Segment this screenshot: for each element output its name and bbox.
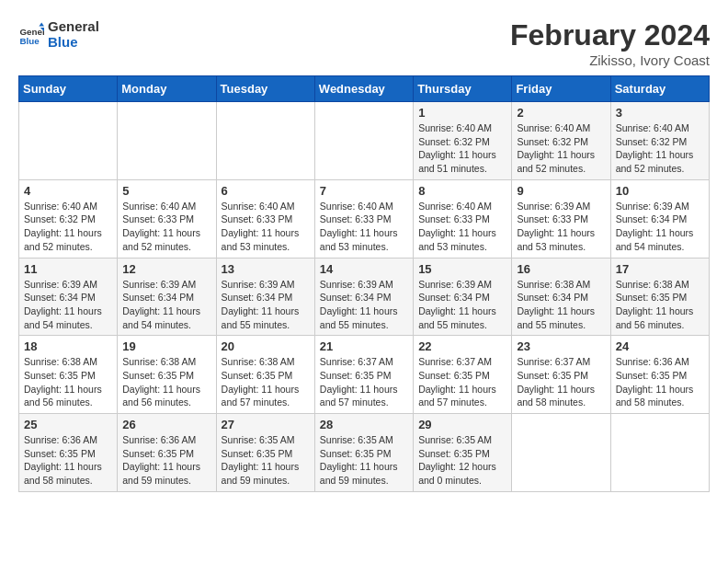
calendar-cell: 14Sunrise: 6:39 AM Sunset: 6:34 PM Dayli… xyxy=(314,258,413,336)
day-info: Sunrise: 6:37 AM Sunset: 6:35 PM Dayligh… xyxy=(517,355,605,409)
day-info: Sunrise: 6:38 AM Sunset: 6:35 PM Dayligh… xyxy=(122,355,210,409)
calendar-cell xyxy=(610,414,709,492)
day-number: 24 xyxy=(616,339,704,353)
day-info: Sunrise: 6:40 AM Sunset: 6:33 PM Dayligh… xyxy=(122,200,210,254)
calendar-cell: 23Sunrise: 6:37 AM Sunset: 6:35 PM Dayli… xyxy=(512,336,610,414)
day-info: Sunrise: 6:39 AM Sunset: 6:34 PM Dayligh… xyxy=(418,278,506,332)
day-info: Sunrise: 6:40 AM Sunset: 6:32 PM Dayligh… xyxy=(616,121,704,176)
day-info: Sunrise: 6:38 AM Sunset: 6:35 PM Dayligh… xyxy=(24,355,112,409)
calendar-cell xyxy=(216,102,314,180)
calendar-cell: 21Sunrise: 6:37 AM Sunset: 6:35 PM Dayli… xyxy=(314,336,413,414)
calendar-cell: 11Sunrise: 6:39 AM Sunset: 6:34 PM Dayli… xyxy=(19,258,118,336)
calendar-cell xyxy=(19,102,118,180)
day-number: 10 xyxy=(616,184,704,198)
logo: General Blue General Blue xyxy=(18,18,99,50)
header-day-saturday: Saturday xyxy=(610,76,709,102)
calendar-cell: 8Sunrise: 6:40 AM Sunset: 6:33 PM Daylig… xyxy=(414,179,512,258)
calendar-cell: 15Sunrise: 6:39 AM Sunset: 6:34 PM Dayli… xyxy=(414,258,512,336)
day-number: 12 xyxy=(122,262,210,276)
day-number: 3 xyxy=(616,106,704,120)
calendar-cell: 2Sunrise: 6:40 AM Sunset: 6:32 PM Daylig… xyxy=(512,102,610,180)
day-info: Sunrise: 6:39 AM Sunset: 6:34 PM Dayligh… xyxy=(320,278,408,332)
day-info: Sunrise: 6:38 AM Sunset: 6:34 PM Dayligh… xyxy=(517,278,605,332)
day-number: 23 xyxy=(517,339,605,353)
day-info: Sunrise: 6:35 AM Sunset: 6:35 PM Dayligh… xyxy=(222,433,310,488)
calendar-cell: 10Sunrise: 6:39 AM Sunset: 6:34 PM Dayli… xyxy=(610,179,709,258)
header-day-wednesday: Wednesday xyxy=(314,76,413,102)
calendar-cell: 19Sunrise: 6:38 AM Sunset: 6:35 PM Dayli… xyxy=(118,336,216,414)
day-info: Sunrise: 6:40 AM Sunset: 6:32 PM Dayligh… xyxy=(517,121,605,176)
calendar-cell xyxy=(118,102,216,180)
day-number: 19 xyxy=(122,339,210,353)
page-header: General Blue General Blue February 2024 … xyxy=(18,18,710,68)
calendar-cell xyxy=(314,102,413,180)
calendar-cell: 20Sunrise: 6:38 AM Sunset: 6:35 PM Dayli… xyxy=(216,336,314,414)
calendar-subtitle: Zikisso, Ivory Coast xyxy=(510,52,710,68)
calendar-table: SundayMondayTuesdayWednesdayThursdayFrid… xyxy=(18,75,710,492)
day-info: Sunrise: 6:37 AM Sunset: 6:35 PM Dayligh… xyxy=(320,355,408,409)
day-number: 14 xyxy=(320,262,408,276)
day-number: 21 xyxy=(320,339,408,353)
calendar-cell: 1Sunrise: 6:40 AM Sunset: 6:32 PM Daylig… xyxy=(414,102,512,180)
calendar-cell: 4Sunrise: 6:40 AM Sunset: 6:32 PM Daylig… xyxy=(19,179,118,258)
calendar-title: February 2024 xyxy=(510,18,710,52)
day-info: Sunrise: 6:39 AM Sunset: 6:34 PM Dayligh… xyxy=(222,278,310,332)
day-number: 7 xyxy=(320,184,408,198)
calendar-cell: 27Sunrise: 6:35 AM Sunset: 6:35 PM Dayli… xyxy=(216,414,314,492)
calendar-cell: 3Sunrise: 6:40 AM Sunset: 6:32 PM Daylig… xyxy=(610,102,709,180)
header-day-tuesday: Tuesday xyxy=(216,76,314,102)
logo-blue: Blue xyxy=(48,34,99,50)
calendar-cell: 12Sunrise: 6:39 AM Sunset: 6:34 PM Dayli… xyxy=(118,258,216,336)
day-number: 18 xyxy=(24,339,112,353)
calendar-cell: 25Sunrise: 6:36 AM Sunset: 6:35 PM Dayli… xyxy=(19,414,118,492)
calendar-cell: 13Sunrise: 6:39 AM Sunset: 6:34 PM Dayli… xyxy=(216,258,314,336)
day-number: 15 xyxy=(418,262,506,276)
day-number: 25 xyxy=(24,418,112,431)
day-number: 13 xyxy=(222,262,310,276)
day-number: 29 xyxy=(418,418,506,431)
calendar-cell: 16Sunrise: 6:38 AM Sunset: 6:34 PM Dayli… xyxy=(512,258,610,336)
day-info: Sunrise: 6:38 AM Sunset: 6:35 PM Dayligh… xyxy=(222,355,310,409)
day-info: Sunrise: 6:40 AM Sunset: 6:33 PM Dayligh… xyxy=(320,200,408,254)
calendar-week-3: 11Sunrise: 6:39 AM Sunset: 6:34 PM Dayli… xyxy=(19,258,710,336)
day-number: 27 xyxy=(222,418,310,431)
day-number: 16 xyxy=(517,262,605,276)
day-number: 5 xyxy=(122,184,210,198)
calendar-week-4: 18Sunrise: 6:38 AM Sunset: 6:35 PM Dayli… xyxy=(19,336,710,414)
day-number: 4 xyxy=(24,184,112,198)
calendar-header-row: SundayMondayTuesdayWednesdayThursdayFrid… xyxy=(19,76,710,102)
svg-text:Blue: Blue xyxy=(19,36,40,46)
day-info: Sunrise: 6:35 AM Sunset: 6:35 PM Dayligh… xyxy=(418,433,506,488)
day-info: Sunrise: 6:36 AM Sunset: 6:35 PM Dayligh… xyxy=(122,433,210,488)
day-info: Sunrise: 6:35 AM Sunset: 6:35 PM Dayligh… xyxy=(320,433,408,488)
calendar-cell: 24Sunrise: 6:36 AM Sunset: 6:35 PM Dayli… xyxy=(610,336,709,414)
day-number: 6 xyxy=(222,184,310,198)
calendar-cell: 29Sunrise: 6:35 AM Sunset: 6:35 PM Dayli… xyxy=(414,414,512,492)
calendar-cell: 28Sunrise: 6:35 AM Sunset: 6:35 PM Dayli… xyxy=(314,414,413,492)
day-number: 22 xyxy=(418,339,506,353)
day-number: 8 xyxy=(418,184,506,198)
calendar-week-2: 4Sunrise: 6:40 AM Sunset: 6:32 PM Daylig… xyxy=(19,179,710,258)
calendar-cell: 22Sunrise: 6:37 AM Sunset: 6:35 PM Dayli… xyxy=(414,336,512,414)
calendar-body: 1Sunrise: 6:40 AM Sunset: 6:32 PM Daylig… xyxy=(19,102,710,492)
calendar-week-5: 25Sunrise: 6:36 AM Sunset: 6:35 PM Dayli… xyxy=(19,414,710,492)
day-info: Sunrise: 6:39 AM Sunset: 6:33 PM Dayligh… xyxy=(517,200,605,254)
header-day-friday: Friday xyxy=(512,76,610,102)
calendar-cell: 9Sunrise: 6:39 AM Sunset: 6:33 PM Daylig… xyxy=(512,179,610,258)
day-info: Sunrise: 6:39 AM Sunset: 6:34 PM Dayligh… xyxy=(24,278,112,332)
day-number: 2 xyxy=(517,106,605,120)
day-info: Sunrise: 6:40 AM Sunset: 6:33 PM Dayligh… xyxy=(222,200,310,254)
calendar-cell: 18Sunrise: 6:38 AM Sunset: 6:35 PM Dayli… xyxy=(19,336,118,414)
day-info: Sunrise: 6:39 AM Sunset: 6:34 PM Dayligh… xyxy=(122,278,210,332)
day-info: Sunrise: 6:40 AM Sunset: 6:32 PM Dayligh… xyxy=(418,121,506,176)
calendar-cell: 5Sunrise: 6:40 AM Sunset: 6:33 PM Daylig… xyxy=(118,179,216,258)
day-info: Sunrise: 6:37 AM Sunset: 6:35 PM Dayligh… xyxy=(418,355,506,409)
day-info: Sunrise: 6:36 AM Sunset: 6:35 PM Dayligh… xyxy=(616,355,704,409)
day-number: 20 xyxy=(222,339,310,353)
calendar-cell: 7Sunrise: 6:40 AM Sunset: 6:33 PM Daylig… xyxy=(314,179,413,258)
day-number: 9 xyxy=(517,184,605,198)
day-number: 11 xyxy=(24,262,112,276)
day-info: Sunrise: 6:40 AM Sunset: 6:32 PM Dayligh… xyxy=(24,200,112,254)
day-number: 1 xyxy=(418,106,506,120)
day-number: 17 xyxy=(616,262,704,276)
